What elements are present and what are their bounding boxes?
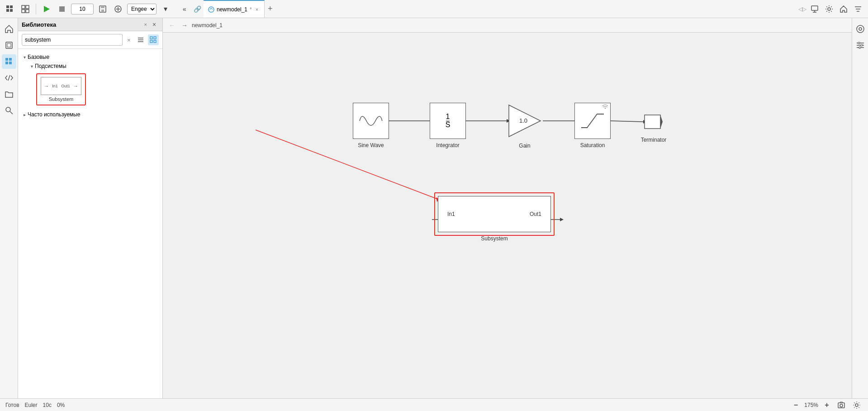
svg-rect-12 <box>101 10 104 12</box>
svg-line-30 <box>10 111 13 114</box>
library-search-row: × <box>18 31 162 49</box>
right-sidebar-icon2[interactable] <box>853 38 868 53</box>
svg-rect-5 <box>26 5 29 9</box>
tab-newmodel1[interactable]: newmodel_1 * × <box>204 0 265 18</box>
saturation-block[interactable]: Saturation <box>574 103 611 139</box>
tab-close-button[interactable]: × <box>254 6 260 13</box>
monitor-button[interactable] <box>808 3 821 15</box>
svg-rect-1 <box>10 5 13 8</box>
subsystem-in-arrow: → <box>44 83 49 89</box>
sine-wave-label: Sine Wave <box>353 142 389 148</box>
tree-arrow-bazovye: ▾ <box>24 55 26 60</box>
svg-rect-34 <box>150 37 152 39</box>
svg-point-57 <box>857 25 864 33</box>
wifi-icon <box>602 104 608 110</box>
screenshot-button[interactable] <box>835 399 847 411</box>
zoom-in-button[interactable]: + <box>822 400 832 410</box>
apps-button[interactable] <box>4 3 16 15</box>
sidebar-library-icon[interactable] <box>2 54 16 69</box>
settings-status-button[interactable] <box>851 399 863 411</box>
settings-button[interactable] <box>823 3 835 15</box>
sidebar-home-icon[interactable] <box>2 22 16 36</box>
zoom-out-button[interactable]: − <box>791 400 801 410</box>
library-header: Библиотека × × <box>18 18 162 31</box>
sine-wave-block[interactable]: Sine Wave <box>353 103 389 139</box>
engine-chevron[interactable]: ▾ <box>159 3 172 15</box>
library-search-input[interactable] <box>22 34 123 46</box>
svg-rect-36 <box>150 40 152 43</box>
home-button[interactable] <box>837 3 850 15</box>
svg-rect-15 <box>811 6 818 10</box>
add-tab-button[interactable]: + <box>265 4 275 14</box>
library-close-icon: × <box>144 22 147 27</box>
time-text: 10c <box>43 402 52 408</box>
left-sidebar <box>0 18 18 398</box>
tree-children-bazovye: ▾ Подсистемы → In1 Out1 → <box>29 62 159 108</box>
integrator-block[interactable]: 1 S Integrator <box>430 103 466 139</box>
svg-point-14 <box>209 7 214 12</box>
svg-rect-25 <box>9 58 12 61</box>
nav-forward-button[interactable]: → <box>179 20 190 31</box>
subsystem-out-arrow: → <box>73 83 78 89</box>
sidebar-layers-icon[interactable] <box>2 38 16 53</box>
sidebar-search-icon[interactable] <box>2 103 16 118</box>
svg-point-66 <box>840 404 843 407</box>
svg-rect-24 <box>5 58 8 61</box>
svg-point-67 <box>855 404 858 406</box>
terminator-block[interactable]: Terminator <box>642 110 665 133</box>
svg-rect-6 <box>22 10 25 13</box>
svg-rect-37 <box>154 40 156 43</box>
blocks-button[interactable] <box>19 3 32 15</box>
audio-icon: ◁▷ <box>798 6 806 12</box>
solver-text: Euler <box>25 402 38 408</box>
svg-point-29 <box>6 107 10 112</box>
svg-point-54 <box>605 108 606 109</box>
save-button[interactable] <box>96 3 109 15</box>
percent-text: 0% <box>57 402 65 408</box>
tree-section-bazovye: ▾ Базовые ▾ Подсистемы → <box>22 53 159 108</box>
nav-back-button[interactable]: ← <box>166 20 177 31</box>
tree-section-chasto-label: Часто используемые <box>28 111 80 118</box>
terminator-svg <box>642 110 665 133</box>
library-subsystem-card[interactable]: → In1 Out1 → Subsystem <box>36 73 86 105</box>
subsystem-card-label: Subsystem <box>49 96 73 102</box>
tree-section-podsistemy-label: Подсистемы <box>35 63 66 69</box>
right-sidebar-icon1[interactable] <box>853 22 868 36</box>
integrator-label: Integrator <box>430 142 465 148</box>
svg-rect-11 <box>101 6 104 8</box>
grid-view-button[interactable] <box>148 34 159 45</box>
tab-link-button[interactable]: 🔗 <box>191 3 204 15</box>
search-clear-button[interactable]: × <box>124 35 133 44</box>
svg-point-58 <box>859 28 862 30</box>
svg-rect-55 <box>645 115 660 129</box>
tab-modified: * <box>250 6 252 13</box>
sidebar-code-icon[interactable] <box>2 71 16 85</box>
canvas-subsystem-inner: In1 Out1 Subsystem <box>438 196 551 232</box>
sidebar-folder-icon[interactable] <box>2 87 16 101</box>
diagram-button[interactable] <box>112 3 124 15</box>
tree-section-chasto-toggle[interactable]: ▸ Часто используемые <box>22 110 159 119</box>
library-close-button[interactable]: × <box>150 20 159 29</box>
top-right-area: ◁▷ <box>798 3 864 15</box>
svg-point-18 <box>828 8 830 10</box>
svg-marker-51 <box>560 218 564 221</box>
svg-point-62 <box>858 42 860 44</box>
status-right: − 175% + <box>791 399 863 411</box>
run-button[interactable] <box>40 3 53 15</box>
canvas-subsystem-outer[interactable]: In1 Out1 Subsystem <box>434 192 555 236</box>
tree-section-podsistemy-toggle[interactable]: ▾ Подсистемы <box>29 62 159 71</box>
saturation-label: Saturation <box>575 142 610 148</box>
run-time-input[interactable]: 10 <box>71 4 94 14</box>
canvas-surface[interactable]: Sine Wave 1 S Integrator 1.0 Gain <box>163 33 852 398</box>
svg-line-28 <box>8 75 10 81</box>
tabs-overflow-button[interactable]: « <box>178 3 191 15</box>
engine-dropdown[interactable]: Engee <box>127 4 157 14</box>
list-view-button[interactable] <box>135 34 146 45</box>
gain-block[interactable]: 1.0 Gain <box>507 103 543 139</box>
filter-button[interactable] <box>852 3 864 15</box>
tree-section-bazovye-toggle[interactable]: ▾ Базовые <box>22 53 159 62</box>
right-sidebar <box>852 18 868 398</box>
sine-wave-svg <box>357 110 384 132</box>
stop-button[interactable] <box>56 3 68 15</box>
svg-text:1.0: 1.0 <box>519 117 527 124</box>
